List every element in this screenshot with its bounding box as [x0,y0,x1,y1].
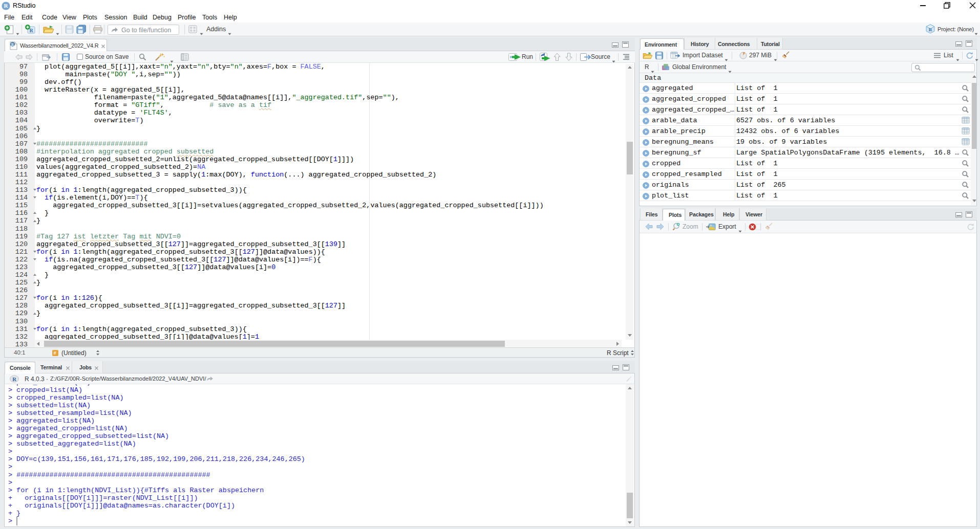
svg-text:R: R [29,28,33,33]
svg-text:R: R [4,3,8,9]
svg-text:R: R [11,42,14,47]
svg-text:R: R [12,376,16,382]
svg-text:R: R [929,27,932,32]
